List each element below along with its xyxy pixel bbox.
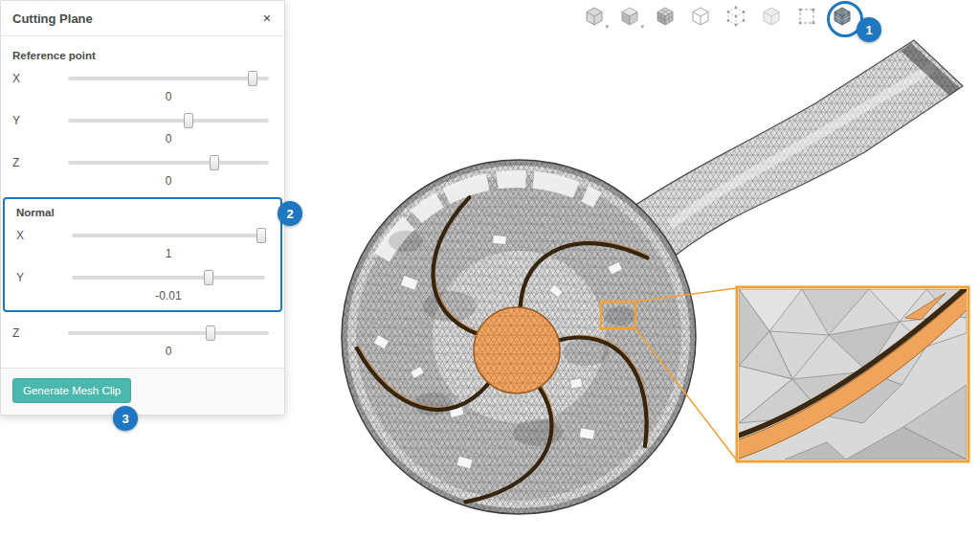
inlet-pipe-mesh xyxy=(627,40,963,255)
generate-mesh-clip-button[interactable]: Generate Mesh Clip xyxy=(12,378,131,403)
slider-track xyxy=(72,276,265,280)
slider-handle[interactable] xyxy=(256,228,266,243)
slider-handle[interactable] xyxy=(204,270,213,285)
slider-handle[interactable] xyxy=(210,155,219,170)
reference-z-row: Z 0 xyxy=(1,147,284,190)
dropdown-caret-icon: ▾ xyxy=(640,23,644,30)
slider-track xyxy=(72,234,265,237)
slider-handle[interactable] xyxy=(248,71,257,86)
reference-z-label: Z xyxy=(12,156,68,169)
slider-track xyxy=(68,161,269,165)
panel-title: Cutting Plane xyxy=(12,11,261,26)
panel-header: Cutting Plane × xyxy=(1,1,284,36)
slider-handle[interactable] xyxy=(184,113,193,128)
reference-x-row: X 0 xyxy=(1,63,284,105)
reference-z-slider[interactable] xyxy=(68,154,269,171)
mesh-clip-icon[interactable] xyxy=(831,5,854,28)
slider-track xyxy=(68,331,269,335)
normal-y-label: Y xyxy=(16,271,72,284)
reference-x-slider[interactable] xyxy=(68,70,269,87)
normal-heading: Normal xyxy=(5,199,280,220)
view-toolbar: ▾ ▾ xyxy=(583,5,854,28)
cutting-plane-panel: Cutting Plane × Reference point X 0 Y 0 xyxy=(0,0,285,415)
reference-x-value: 0 xyxy=(68,87,269,105)
dropdown-caret-icon: ▾ xyxy=(605,23,609,30)
bounding-box-icon[interactable] xyxy=(795,5,818,28)
step-1-badge: 1 xyxy=(857,17,881,42)
panel-footer: Generate Mesh Clip xyxy=(1,368,284,414)
normal-x-label: X xyxy=(16,229,72,242)
normal-x-value: 1 xyxy=(72,244,265,262)
normal-z-value: 0 xyxy=(68,342,269,360)
close-icon[interactable]: × xyxy=(261,11,273,25)
normal-x-row: X 1 xyxy=(5,220,280,262)
normal-z-slider[interactable] xyxy=(68,325,269,342)
normal-section-highlight: Normal X 1 Y -0.01 xyxy=(3,197,282,312)
step-3-badge: 3 xyxy=(113,406,138,431)
solid-view-icon[interactable]: ▾ xyxy=(618,5,641,28)
zoom-inset xyxy=(736,287,969,461)
slider-track xyxy=(68,77,269,80)
normal-y-slider[interactable] xyxy=(72,269,265,286)
panel-body: Reference point X 0 Y 0 Z xyxy=(1,36,284,414)
transparent-view-icon[interactable] xyxy=(760,5,783,28)
slider-handle[interactable] xyxy=(206,325,215,341)
surface-view-icon[interactable]: ▾ xyxy=(583,5,606,28)
normal-y-value: -0.01 xyxy=(72,286,265,304)
reference-point-heading: Reference point xyxy=(1,42,284,63)
impeller-hub xyxy=(474,307,560,393)
surface-mesh-view-icon[interactable] xyxy=(654,5,677,28)
slider-track xyxy=(68,119,269,123)
reference-y-value: 0 xyxy=(68,129,269,147)
reference-y-row: Y 0 xyxy=(1,105,284,147)
normal-z-label: Z xyxy=(12,326,68,340)
normal-z-row: Z 0 xyxy=(1,318,284,360)
points-view-icon[interactable] xyxy=(724,5,747,28)
reference-z-value: 0 xyxy=(68,171,269,190)
reference-x-label: X xyxy=(12,72,68,85)
step-2-badge: 2 xyxy=(278,201,302,226)
reference-y-slider[interactable] xyxy=(68,112,269,129)
normal-y-row: Y -0.01 xyxy=(5,262,280,304)
app-window: ▾ ▾ Cutting Plane × Ref xyxy=(0,0,980,560)
reference-y-label: Y xyxy=(12,114,68,127)
wireframe-view-icon[interactable] xyxy=(689,5,712,28)
normal-x-slider[interactable] xyxy=(72,227,265,244)
